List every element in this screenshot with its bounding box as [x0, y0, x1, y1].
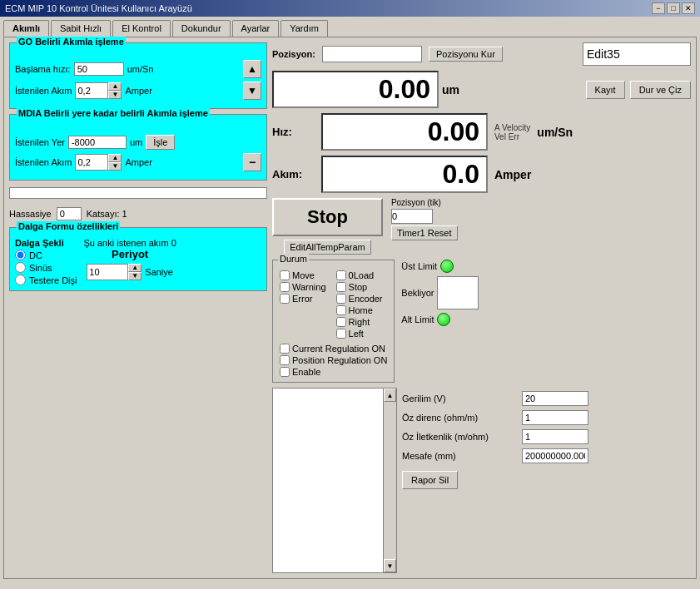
- top-row: Pozisyon: Pozisyonu Kur: [272, 42, 691, 66]
- mdia-minus-button[interactable]: −: [243, 153, 261, 171]
- move-checkbox[interactable]: [280, 270, 290, 280]
- istenilen-input[interactable]: [75, 82, 108, 99]
- error-label: Error: [292, 294, 312, 304]
- regulation-checks: Current Regulation ON Position Regulatio…: [280, 344, 387, 377]
- sinus-radio[interactable]: [15, 262, 26, 273]
- spin-down[interactable]: ▼: [108, 91, 122, 99]
- oz-iletkenlik-input[interactable]: [522, 429, 588, 444]
- editall-button[interactable]: EditAllTempParam: [284, 240, 370, 255]
- istenen-akim-label: Şu anki istenen akım 0: [83, 238, 176, 248]
- testere-radio[interactable]: [15, 275, 26, 285]
- edit35-input[interactable]: [583, 42, 691, 66]
- right-check: Right: [336, 317, 383, 327]
- periyot-spin: ▲ ▼: [87, 264, 141, 280]
- kayit-button[interactable]: Kayıt: [586, 81, 625, 99]
- periyot-down[interactable]: ▼: [128, 272, 141, 280]
- tik-input[interactable]: [391, 209, 433, 224]
- mdia-group-title: MDIA Belirli yere kadar belirli Akımla i…: [17, 108, 210, 118]
- isle-button[interactable]: İşle: [146, 135, 175, 150]
- scroll-up-button[interactable]: ▲: [384, 389, 396, 402]
- warning-checkbox[interactable]: [280, 282, 290, 292]
- istenilen-label: İstenilen Akım: [15, 86, 72, 96]
- mdia-group: MDIA Belirli yere kadar belirli Akımla i…: [9, 114, 267, 181]
- hassasiyet-row: Hassasiye Katsayı: 1: [9, 205, 267, 222]
- baslama-input[interactable]: [74, 62, 124, 76]
- rapor-sil-button[interactable]: Rapor Sil: [402, 471, 458, 489]
- main-window: Akımlı Sabit Hızlı El Kontrol Dokundur A…: [0, 17, 700, 589]
- pozisyonu-kur-button[interactable]: Pozisyonu Kur: [429, 47, 503, 62]
- tab-ayarlar[interactable]: Ayarlar: [232, 20, 280, 37]
- close-button[interactable]: ✕: [682, 2, 695, 14]
- stop-button[interactable]: Stop: [272, 198, 383, 236]
- hassas-label: Hassasiye: [9, 209, 52, 219]
- yer-input[interactable]: [68, 136, 127, 149]
- pozisyon-tik-label: Pozisyon (tik): [391, 198, 458, 207]
- gerilim-v-input[interactable]: [522, 391, 588, 406]
- maximize-button[interactable]: □: [667, 2, 680, 14]
- durveciz-button[interactable]: Dur ve Çiz: [630, 81, 691, 99]
- mdia-spin-up[interactable]: ▲: [108, 154, 122, 162]
- mdia-akim-input[interactable]: [75, 154, 108, 171]
- spin-arrows: ▲ ▼: [108, 82, 122, 99]
- current-reg-checkbox[interactable]: [280, 344, 290, 354]
- right-checkbox[interactable]: [336, 317, 346, 327]
- periyot-up[interactable]: ▲: [128, 264, 141, 272]
- encoder-checkbox[interactable]: [336, 294, 346, 304]
- arrow-down-button[interactable]: ▼: [243, 82, 261, 100]
- mesafe-row: Mesafe (mm): [402, 448, 691, 463]
- stop-checkbox[interactable]: [336, 282, 346, 292]
- dc-radio[interactable]: [15, 250, 26, 260]
- left-checkbox[interactable]: [336, 329, 346, 339]
- progress-bar: [9, 187, 267, 199]
- arrow-up-button[interactable]: ▲: [243, 60, 261, 78]
- pozisyon-input[interactable]: [322, 46, 422, 62]
- scroll-down-button[interactable]: ▼: [384, 559, 396, 572]
- mdia-akim-spin: ▲ ▼: [75, 154, 122, 171]
- katsayi-label: Katsayı: 1: [87, 209, 127, 219]
- home-checkbox[interactable]: [336, 305, 346, 315]
- periyot-row: ▲ ▼ Saniye: [87, 264, 173, 280]
- home-check: Home: [336, 305, 383, 315]
- tik-group: Pozisyon (tik) Timer1 Reset: [391, 198, 458, 240]
- gerilim-v-label: Gerilim (V): [402, 393, 519, 403]
- tab-dokundur[interactable]: Dokundur: [172, 20, 231, 37]
- mdia-akim-unit: Amper: [125, 157, 151, 167]
- periyot-input[interactable]: [87, 264, 128, 280]
- durum-checks: Move Warning Error: [280, 270, 387, 340]
- akim-display-row: Akım: 0.0 Amper: [272, 156, 691, 193]
- error-checkbox[interactable]: [280, 294, 290, 304]
- mdia-akim-label: İstenilen Akım: [15, 157, 72, 167]
- tab-akimli[interactable]: Akımlı: [3, 20, 49, 37]
- minimize-button[interactable]: −: [652, 2, 665, 14]
- bekliyor-row: Bekliyor: [401, 276, 479, 309]
- durum-title: Durum: [278, 254, 309, 264]
- stop-check: Stop: [336, 282, 383, 292]
- encoder-check: Encoder: [336, 294, 383, 304]
- timer-reset-button[interactable]: Timer1 Reset: [391, 225, 458, 240]
- oload-checkbox[interactable]: [336, 270, 346, 280]
- enable-check: Enable: [280, 367, 387, 377]
- saniye-label: Saniye: [145, 267, 173, 277]
- mdia-spin-arrows: ▲ ▼: [108, 154, 122, 171]
- dalga-group: Dalga Formu özellikleri Dalga Şekli DC S…: [9, 227, 267, 291]
- bekliyor-label: Bekliyor: [401, 288, 434, 298]
- vel-info1: A Velocity: [494, 123, 530, 132]
- akim-unit: Amper: [494, 168, 531, 181]
- tab-sabit-hizli[interactable]: Sabit Hızlı: [51, 20, 111, 37]
- spin-up[interactable]: ▲: [108, 82, 122, 91]
- yer-label: İstenilen Yer: [15, 137, 65, 147]
- position-reg-checkbox[interactable]: [280, 355, 290, 365]
- tab-yardim[interactable]: Yardım: [280, 20, 328, 37]
- tab-bar: Akımlı Sabit Hızlı El Kontrol Dokundur A…: [0, 17, 700, 37]
- dalga-content: Dalga Şekli DC Sinüs Testere Dişi: [15, 238, 261, 285]
- oz-iletkenlik-label: Öz İletkenlik (m/ohm): [402, 432, 519, 442]
- mdia-spin-down[interactable]: ▼: [108, 162, 122, 171]
- periyot-label: Periyot: [112, 248, 148, 260]
- oz-direnc-input[interactable]: [522, 410, 588, 425]
- tab-el-kontrol[interactable]: El Kontrol: [112, 20, 171, 37]
- durum-section: Durum Move Warning: [272, 260, 691, 383]
- hassas-input[interactable]: [57, 207, 82, 220]
- gerilim-section: Gerilim (V) Öz direnc (ohm/m) Öz İletken…: [402, 391, 691, 573]
- enable-checkbox[interactable]: [280, 367, 290, 377]
- mesafe-input[interactable]: [522, 448, 588, 463]
